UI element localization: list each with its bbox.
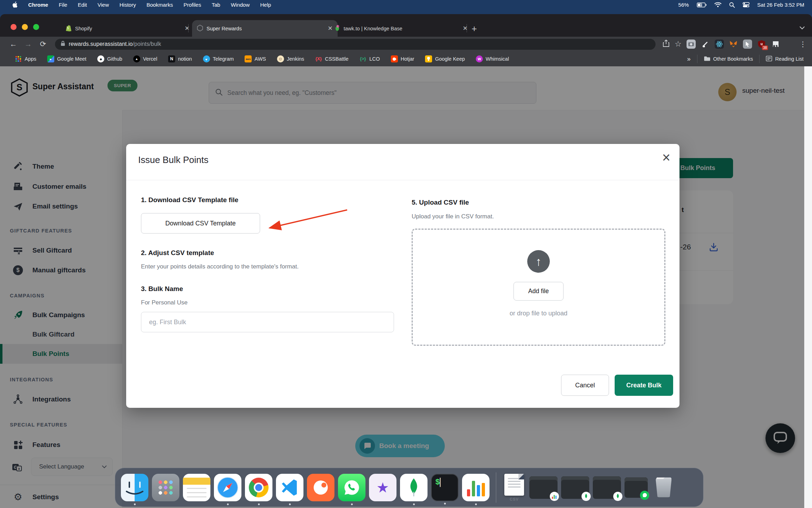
dock-postman-icon[interactable]	[307, 474, 334, 501]
back-button[interactable]: ←	[8, 40, 18, 48]
menu-profiles[interactable]: Profiles	[184, 2, 201, 8]
bookmark-cssbattle[interactable]: {X}CSSBattle	[315, 55, 349, 62]
reload-button[interactable]: ⟳	[38, 40, 48, 48]
zoom-window-button[interactable]	[33, 24, 39, 30]
dock-launchpad-icon[interactable]	[152, 474, 179, 501]
apple-icon[interactable]	[12, 1, 18, 8]
profile-avatar[interactable]	[785, 40, 794, 49]
menu-history[interactable]: History	[119, 2, 136, 8]
svg-text:u: u	[761, 42, 763, 46]
browser-toolbar: ← → ⟳ rewards.superassistant.io/points/b…	[0, 37, 812, 52]
scrollbar[interactable]	[804, 66, 812, 508]
forward-button[interactable]: →	[23, 40, 33, 48]
close-window-button[interactable]	[11, 24, 17, 30]
page-viewport: S Super Assistant SUPER S super-neil-tes…	[0, 66, 812, 508]
react-devtools-extension-icon[interactable]	[715, 40, 724, 49]
bookmark-lco[interactable]: {>}LCO	[359, 55, 380, 62]
menu-file[interactable]: File	[59, 2, 67, 8]
step3-heading: 3. Bulk Name	[141, 285, 183, 293]
bookmark-vercel[interactable]: ▲Vercel	[133, 55, 157, 62]
folder-icon	[704, 56, 710, 62]
share-icon[interactable]	[663, 40, 670, 49]
tab-super-rewards[interactable]: Super Rewards ✕	[192, 20, 338, 37]
menu-bookmarks[interactable]: Bookmarks	[147, 2, 173, 8]
dock-whatsapp-icon[interactable]	[338, 474, 365, 501]
lco-icon: {>}	[359, 55, 367, 62]
colorzilla-extension-icon[interactable]	[687, 40, 696, 49]
other-bookmarks[interactable]: Other Bookmarks	[704, 56, 753, 62]
tab-title: Super Rewards	[207, 26, 324, 31]
download-csv-template-button[interactable]: Download CSV Template	[141, 213, 260, 234]
bookmark-notion[interactable]: Nnotion	[168, 55, 192, 62]
red-annotation-arrow	[265, 206, 352, 234]
bookmark-star-icon[interactable]: ☆	[675, 40, 682, 49]
control-center-icon[interactable]	[743, 2, 750, 7]
dock-terminal-icon[interactable]: $▏	[431, 474, 459, 501]
dock-minimized-window-icon[interactable]	[529, 476, 558, 499]
browser-window: Shopify ✕ Super Rewards ✕ tawk.to | Know…	[0, 14, 812, 508]
minimize-window-button[interactable]	[22, 24, 28, 30]
dock-imovie-icon[interactable]: ★	[369, 474, 396, 501]
battery-icon[interactable]	[697, 2, 707, 7]
tab-shopify[interactable]: Shopify ✕	[61, 20, 195, 37]
reading-list[interactable]: Reading List	[766, 56, 804, 62]
dock-chrome-icon[interactable]	[245, 474, 272, 501]
menu-tab[interactable]: Tab	[212, 2, 220, 8]
dock-minimized-window-icon[interactable]	[561, 476, 589, 499]
chrome-menu-dots-icon[interactable]: ⋮	[799, 40, 806, 48]
cancel-button[interactable]: Cancel	[561, 375, 609, 396]
tab-tawkto[interactable]: tawk.to | Knowledge Base ✕	[330, 20, 473, 37]
dock-trash-icon[interactable]	[651, 474, 676, 501]
bookmark-telegram[interactable]: ▸Telegram	[203, 55, 234, 62]
address-bar[interactable]: rewards.superassistant.io/points/bulk	[55, 39, 656, 50]
dock-notes-icon[interactable]	[183, 474, 210, 501]
clicker-extension-icon[interactable]	[743, 40, 752, 49]
tab-separator	[467, 24, 467, 32]
apps-grid-icon	[15, 55, 22, 62]
dock-safari-icon[interactable]	[214, 474, 241, 501]
bookmark-jenkins[interactable]: ☺Jenkins	[277, 55, 304, 62]
bookmark-github[interactable]: ●Github	[97, 55, 122, 62]
dock-mongodb-icon[interactable]	[400, 474, 427, 501]
spotlight-search-icon[interactable]	[729, 2, 735, 8]
dock-minimized-window-icon[interactable]	[593, 476, 621, 499]
step3-description: For Personal Use	[141, 299, 187, 306]
modal-close-button[interactable]: ×	[662, 150, 670, 164]
pen-tool-extension-icon[interactable]	[701, 40, 710, 49]
bookmark-whimsical[interactable]: wWhimsical	[476, 55, 509, 62]
step2-heading: 2. Adjust CSV template	[141, 249, 214, 257]
wifi-icon[interactable]	[714, 2, 721, 7]
menu-edit[interactable]: Edit	[78, 2, 87, 8]
dock-csv-file-icon[interactable]: CSV	[503, 474, 526, 501]
metamask-extension-icon[interactable]	[729, 40, 738, 49]
ublock-extension-icon[interactable]: u 38	[757, 40, 766, 49]
bookmark-google-keep[interactable]: Google Keep	[425, 55, 465, 62]
menu-clock[interactable]: Sat 26 Feb 3:52 PM	[757, 2, 804, 8]
tab-close-icon[interactable]: ✕	[185, 25, 190, 32]
bookmark-apps[interactable]: Apps	[15, 55, 36, 62]
bookmark-google-meet[interactable]: ▸Google Meet	[47, 55, 86, 62]
menu-help[interactable]: Help	[260, 2, 271, 8]
jenkins-icon: ☺	[277, 55, 284, 62]
dock-divider	[496, 472, 496, 503]
bookmarks-bar: Apps ▸Google Meet ●Github ▲Vercel Nnotio…	[0, 52, 812, 66]
add-file-button[interactable]: Add file	[513, 282, 564, 301]
super-assistant-hexagon-icon	[197, 25, 203, 32]
menu-chrome[interactable]: Chrome	[28, 2, 48, 8]
extensions-puzzle-icon[interactable]	[771, 40, 780, 49]
dock-finder-icon[interactable]	[121, 474, 148, 501]
tab-search-chevron-icon[interactable]	[799, 25, 805, 31]
new-tab-button[interactable]: +	[472, 23, 477, 34]
create-bulk-button[interactable]: Create Bulk	[615, 375, 673, 396]
menu-view[interactable]: View	[98, 2, 109, 8]
bookmark-hotjar[interactable]: Hotjar	[391, 55, 414, 62]
bookmark-aws[interactable]: awsAWS	[245, 55, 266, 62]
dock-minimized-window-icon[interactable]	[625, 477, 648, 498]
bookmarks-overflow-chevron[interactable]: »	[687, 55, 691, 63]
bulk-name-input[interactable]	[141, 312, 394, 332]
menu-window[interactable]: Window	[231, 2, 250, 8]
dock-numbers-icon[interactable]	[462, 474, 490, 501]
dock-vscode-icon[interactable]	[276, 474, 303, 501]
divider	[759, 55, 759, 63]
csv-dropzone[interactable]: ↑ Add file or drop file to upload	[412, 229, 665, 346]
